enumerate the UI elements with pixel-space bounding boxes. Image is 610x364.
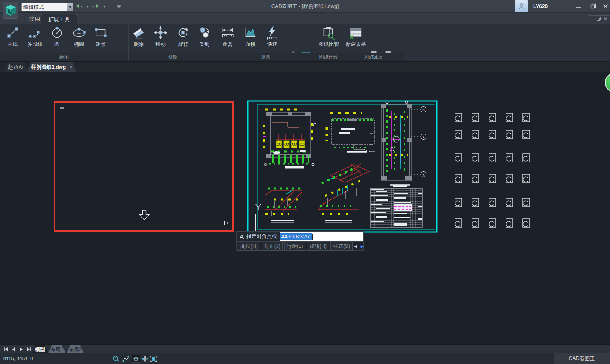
drawing-canvas[interactable]: N L K xyxy=(0,72,610,344)
restore-button[interactable] xyxy=(587,0,599,12)
command-input[interactable]: 44900<325° xyxy=(280,232,363,241)
ribbon-toolbar: 直线 多段线 圆 椭圆 矩形 A 绘图 xyxy=(0,24,610,62)
next-layout-button[interactable] xyxy=(18,347,25,352)
quick-measure-button[interactable]: 快速 xyxy=(261,25,283,54)
new-table-icon: X xyxy=(349,25,363,40)
ellipse-icon xyxy=(72,25,86,40)
erase-button[interactable]: 删除 xyxy=(127,25,150,54)
snap-mode-button[interactable] xyxy=(141,355,149,363)
drawing-compare-icon xyxy=(321,25,336,40)
option-height-button[interactable]: 高度(H) xyxy=(238,242,260,251)
first-layout-button[interactable] xyxy=(3,347,9,352)
isometric-left xyxy=(265,188,302,222)
group-label-draw: 绘图 xyxy=(0,53,128,61)
circle-icon xyxy=(50,25,64,40)
doc-tab-start-page[interactable]: 起始页 xyxy=(3,62,28,72)
options-scroll-left-icon[interactable]: ◀ xyxy=(354,244,357,249)
quick-measure-icon xyxy=(265,25,280,40)
ribbon-tab-extended[interactable]: 扩展工具 xyxy=(41,14,77,24)
polyline-button[interactable]: 多段线 xyxy=(24,25,46,54)
cad-drawing: N L K xyxy=(247,100,438,233)
group-label-xlstable: XlsTable xyxy=(343,53,404,61)
group-label-compare: 图纸比较 xyxy=(314,53,343,61)
close-button[interactable] xyxy=(599,0,610,12)
distance-icon xyxy=(220,25,235,40)
copy-icon xyxy=(197,25,212,40)
rectangle-icon xyxy=(93,25,108,40)
washer-symbol-grid xyxy=(452,111,533,230)
doc-tab-close-icon[interactable]: × xyxy=(69,64,73,70)
status-bar: -6115, 4454, 0 CAD看图王 xyxy=(0,353,610,364)
command-prompt-row: A 指定对角点或 44900<325° xyxy=(236,231,364,241)
command-options-row: 高度(H) 对正(J) 行距(L) 旋转(R) 样式(S) ◀ ▶ xyxy=(236,241,364,251)
last-layout-button[interactable] xyxy=(25,347,32,352)
user-avatar[interactable] xyxy=(515,0,528,12)
redo-dropdown-icon[interactable] xyxy=(102,2,107,11)
option-rotate-button[interactable]: 旋转(R) xyxy=(307,242,329,251)
group-label-modify: 修改 xyxy=(129,53,217,61)
option-linespacing-button[interactable]: 行距(L) xyxy=(284,242,306,251)
minimize-button[interactable] xyxy=(572,0,585,12)
mode-select[interactable]: 编辑模式 xyxy=(21,3,73,11)
layout-tab-layout2[interactable]: 布局2 xyxy=(66,345,84,354)
zoom-tool-button[interactable] xyxy=(112,355,120,363)
text-caret xyxy=(312,234,313,240)
layout-tab-model[interactable]: 模型 xyxy=(31,345,48,354)
distance-button[interactable]: 距离 xyxy=(217,25,239,54)
doc-tab-drawing[interactable]: 样例图纸1.dwg × xyxy=(27,62,76,72)
move-icon xyxy=(153,25,168,40)
layout-tab-layout1[interactable]: 布局1 xyxy=(48,345,66,354)
circle-button[interactable]: 圆 xyxy=(46,25,68,54)
crosshair-mode-button[interactable] xyxy=(132,355,140,363)
doc-minimize-icon[interactable] xyxy=(590,17,594,21)
area-button[interactable]: 面积 xyxy=(239,25,261,54)
excel-x-glyph: X xyxy=(350,34,354,40)
plan-view xyxy=(263,109,316,169)
customize-quick-access-icon[interactable] xyxy=(115,2,123,11)
isometric-center xyxy=(318,164,369,222)
rotate-icon xyxy=(176,25,190,40)
option-style-button[interactable]: 样式(S) xyxy=(330,242,353,251)
drawing-compare-button[interactable]: 图纸比较 xyxy=(314,25,343,54)
badge-3d[interactable]: 3D xyxy=(605,73,610,92)
sheet-outline xyxy=(60,107,228,224)
mode-select-value: 编辑模式 xyxy=(22,3,67,11)
selection-mode-button[interactable] xyxy=(150,355,158,363)
area-icon xyxy=(243,25,257,40)
options-scroll-right-icon[interactable]: ▶ xyxy=(361,244,364,249)
option-justify-button[interactable]: 对正(J) xyxy=(262,242,283,251)
ellipse-button[interactable]: 椭圆 xyxy=(68,25,90,54)
undo-button[interactable] xyxy=(75,2,83,11)
osnap-marker xyxy=(255,204,261,232)
mode-select-dropdown-icon[interactable] xyxy=(67,3,73,11)
copy-button[interactable]: 复制 xyxy=(193,25,215,54)
new-table-button[interactable]: X 新建表格 xyxy=(342,25,370,54)
app-logo[interactable] xyxy=(3,2,18,19)
eraser-icon xyxy=(131,25,146,40)
undo-dropdown-icon[interactable] xyxy=(85,2,90,11)
command-overlay: A 指定对角点或 44900<325° 高度(H) 对正(J) 行距(L) 旋转… xyxy=(236,231,364,251)
group-label-measure: 测量 xyxy=(217,53,314,61)
username-label: LY620 xyxy=(533,0,548,13)
document-window-controls xyxy=(588,15,609,22)
text-command-icon: A xyxy=(240,233,244,240)
cursor-coordinates: -6115, 4454, 0 xyxy=(2,353,33,364)
previous-layout-button[interactable] xyxy=(10,347,17,352)
title-block-table xyxy=(370,186,422,227)
redo-button[interactable] xyxy=(92,2,100,11)
callout-l: L xyxy=(423,135,424,138)
doc-close-icon[interactable] xyxy=(604,17,607,21)
rotate-button[interactable]: 旋转 xyxy=(172,25,194,54)
doc-restore-icon[interactable] xyxy=(597,17,601,21)
command-prompt-label: 指定对角点或 xyxy=(246,233,277,240)
line-button[interactable]: 直线 xyxy=(2,25,24,54)
rectangle-button[interactable]: 矩形 xyxy=(90,25,112,54)
polyline-icon xyxy=(28,25,42,40)
line-icon xyxy=(6,25,20,40)
move-button[interactable]: 移动 xyxy=(150,25,172,54)
title-bar: 编辑模式 CAD看图王 - [样例图纸1.dwg] xyxy=(0,0,610,13)
callout-k: K xyxy=(423,173,425,176)
down-arrow-marker xyxy=(138,210,150,221)
corner-grip[interactable] xyxy=(224,221,229,225)
polyline-mode-button[interactable] xyxy=(121,355,130,363)
